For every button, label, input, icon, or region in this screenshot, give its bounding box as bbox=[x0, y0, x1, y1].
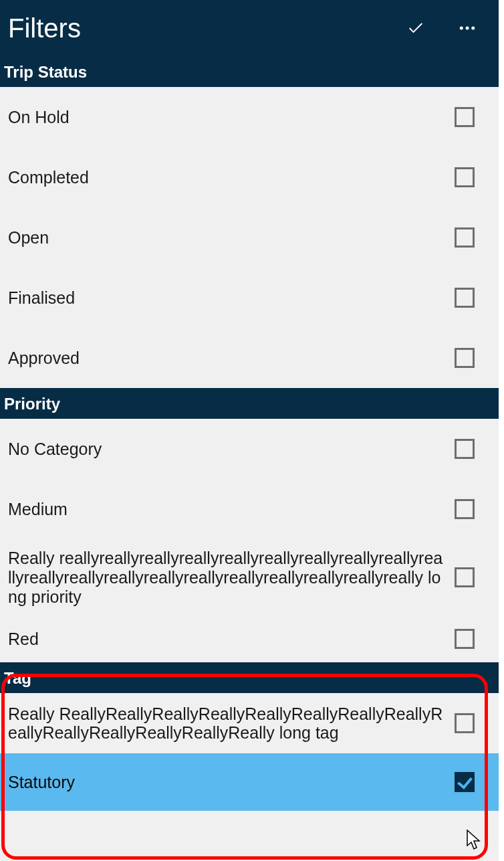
filter-item-medium[interactable]: Medium bbox=[0, 479, 499, 539]
svg-point-2 bbox=[471, 27, 475, 30]
filter-item-finalised[interactable]: Finalised bbox=[0, 268, 499, 328]
more-button[interactable] bbox=[457, 18, 477, 38]
section-header-tag: Tag bbox=[0, 662, 499, 693]
filter-item-on-hold[interactable]: On Hold bbox=[0, 87, 499, 147]
checkbox[interactable] bbox=[455, 629, 475, 649]
filter-item-label: Completed bbox=[8, 168, 455, 187]
checkbox[interactable] bbox=[455, 107, 475, 127]
background-gutter bbox=[499, 0, 504, 861]
filter-item-completed[interactable]: Completed bbox=[0, 147, 499, 207]
filter-item-label: On Hold bbox=[8, 108, 455, 127]
more-icon bbox=[457, 18, 477, 38]
checkbox[interactable] bbox=[455, 713, 475, 733]
confirm-button[interactable] bbox=[406, 19, 425, 37]
checkbox[interactable] bbox=[455, 227, 475, 248]
checkmark-icon bbox=[406, 19, 425, 37]
page-title: Filters bbox=[8, 13, 406, 43]
header-actions bbox=[406, 18, 491, 38]
checkbox[interactable] bbox=[455, 772, 475, 792]
filter-item-open[interactable]: Open bbox=[0, 207, 499, 268]
filter-item-red[interactable]: Red bbox=[0, 615, 499, 662]
filter-item-long-priority[interactable]: Really reallyreallyreallyreallyreallyrea… bbox=[0, 539, 499, 615]
checkbox[interactable] bbox=[455, 567, 475, 587]
filter-item-label: Approved bbox=[8, 349, 455, 368]
svg-point-1 bbox=[466, 27, 469, 30]
section-header-trip-status: Trip Status bbox=[0, 56, 499, 87]
filter-item-label: Finalised bbox=[8, 288, 455, 308]
filter-item-label: Really reallyreallyreallyreallyreallyrea… bbox=[8, 549, 455, 606]
checkbox[interactable] bbox=[455, 348, 475, 368]
filter-item-label: Statutory bbox=[8, 773, 455, 792]
checkbox[interactable] bbox=[455, 167, 475, 187]
filters-panel: Filters Trip Status On Hold Completed Op… bbox=[0, 0, 499, 861]
header: Filters bbox=[0, 0, 499, 56]
filter-item-long-tag[interactable]: Really ReallyReallyReallyReallyReallyRea… bbox=[0, 693, 499, 753]
filter-item-label: Red bbox=[8, 630, 455, 649]
filter-item-statutory[interactable]: Statutory bbox=[0, 753, 499, 811]
svg-point-0 bbox=[460, 27, 463, 30]
filter-item-label: No Category bbox=[8, 440, 455, 459]
filter-item-label: Really ReallyReallyReallyReallyReallyRea… bbox=[8, 704, 455, 743]
filter-item-no-category[interactable]: No Category bbox=[0, 419, 499, 479]
checkbox[interactable] bbox=[455, 499, 475, 519]
filter-item-label: Medium bbox=[8, 500, 455, 519]
checkbox[interactable] bbox=[455, 288, 475, 308]
filter-item-approved[interactable]: Approved bbox=[0, 328, 499, 388]
section-header-priority: Priority bbox=[0, 388, 499, 419]
filter-item-label: Open bbox=[8, 228, 455, 248]
checkbox[interactable] bbox=[455, 439, 475, 459]
